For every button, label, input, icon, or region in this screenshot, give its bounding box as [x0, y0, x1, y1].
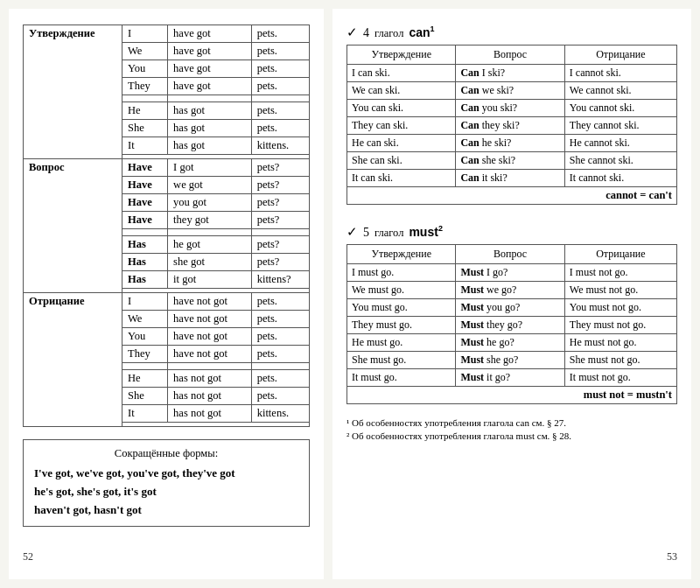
table-row: I can ski. Can I ski? I cannot ski. — [347, 65, 677, 82]
table-row: He must go. Must he go? He must not go. — [347, 334, 677, 352]
table-row: Утверждение I have got pets. — [24, 25, 310, 43]
footnote-1: ¹ Об особенностях употребления глагола c… — [346, 416, 677, 430]
must-verb-name: must2 — [409, 224, 442, 239]
table-row: We can ski. Can we ski? We cannot ski. — [347, 82, 677, 100]
can-sup: 1 — [430, 24, 435, 33]
table-row: I must go. Must I go? I must not go. — [347, 264, 677, 282]
footnotes: ¹ Об особенностях употребления глагола c… — [346, 416, 677, 444]
object-cell: pets. — [251, 25, 309, 43]
have-got-table: Утверждение I have got pets. We have got… — [23, 24, 310, 427]
short-forms-line1-bold: I've got, we've got, you've got, they've… — [34, 466, 235, 480]
section-can: ✓ 4 глагол can1 Утверждение Вопрос Отриц… — [346, 24, 677, 205]
table-row: They must go. Must they go? They must no… — [347, 317, 677, 334]
section-can-label: глагол — [374, 27, 403, 40]
section-can-heading: ✓ 4 глагол can1 — [346, 24, 677, 40]
section-must-label: глагол — [374, 227, 403, 240]
must-header-otr: Отрицание — [564, 245, 676, 264]
short-forms-line1: I've got, we've got, you've got, they've… — [34, 465, 298, 483]
table-row: You can ski. Can you ski? You cannot ski… — [347, 100, 677, 117]
must-table-header-row: Утверждение Вопрос Отрицание — [347, 245, 677, 264]
can-header-otr: Отрицание — [564, 46, 676, 65]
checkmark-must: ✓ — [346, 224, 358, 240]
must-table: Утверждение Вопрос Отрицание I must go. … — [346, 244, 677, 404]
can-equation: cannot = can't — [347, 187, 677, 205]
table-row: It can ski. Can it ski? It cannot ski. — [347, 170, 677, 187]
can-header-utv: Утверждение — [347, 46, 456, 65]
must-equation: must not = mustn't — [347, 387, 677, 404]
footnote-2: ² Об особенностях употребления глагола m… — [346, 430, 677, 443]
subject-cell: I — [122, 25, 168, 43]
short-forms-line2-bold: he's got, she's got, it's got — [34, 485, 157, 498]
short-forms-line3: haven't got, hasn't got — [34, 501, 298, 520]
short-forms-box: Сокращённые формы: I've got, we've got, … — [23, 439, 310, 527]
table-row: They can ski. Can they ski? They cannot … — [347, 117, 677, 135]
section-must-number: 5 — [363, 226, 369, 240]
left-page: Утверждение I have got pets. We have got… — [9, 9, 324, 579]
can-verb-name: can1 — [409, 24, 434, 39]
table-row: She can ski. Can she ski? She cannot ski… — [347, 152, 677, 170]
right-page: ✓ 4 глагол can1 Утверждение Вопрос Отриц… — [332, 9, 691, 579]
section-negative: Отрицание — [24, 293, 122, 427]
right-page-number: 53 — [346, 550, 677, 564]
checkmark-can: ✓ — [346, 24, 358, 40]
table-row: She must go. Must she go? She must not g… — [347, 352, 677, 369]
short-forms-title: Сокращённые формы: — [34, 447, 298, 460]
section-can-number: 4 — [363, 26, 369, 40]
section-must: ✓ 5 глагол must2 Утверждение Вопрос Отри… — [346, 224, 677, 404]
table-row: Отрицание I have not got pets. — [24, 293, 310, 311]
left-page-number: 52 — [23, 550, 310, 564]
short-forms-content: I've got, we've got, you've got, they've… — [34, 465, 298, 519]
section-question: Вопрос — [24, 159, 122, 293]
verb-cell: have got — [168, 25, 252, 43]
table-row: It must go. Must it go? It must not go. — [347, 369, 677, 387]
section-affirmative: Утверждение — [24, 25, 122, 159]
can-header-vopr: Вопрос — [456, 46, 564, 65]
must-header-utv: Утверждение — [347, 245, 456, 264]
equation-row-must: must not = mustn't — [347, 387, 677, 404]
short-forms-line2: he's got, she's got, it's got — [34, 483, 298, 501]
table-row: He can ski. Can he ski? He cannot ski. — [347, 135, 677, 152]
can-table-header-row: Утверждение Вопрос Отрицание — [347, 46, 677, 65]
table-row: You must go. Must you go? You must not g… — [347, 299, 677, 317]
table-row: We must go. Must we go? We must not go. — [347, 282, 677, 299]
must-header-vopr: Вопрос — [456, 245, 564, 264]
must-sup: 2 — [438, 224, 443, 233]
short-forms-line3-bold: haven't got, hasn't got — [34, 503, 142, 516]
equation-row-can: cannot = can't — [347, 187, 677, 205]
table-row: Вопрос Have I got pets? — [24, 159, 310, 177]
section-must-heading: ✓ 5 глагол must2 — [346, 224, 677, 240]
can-table: Утверждение Вопрос Отрицание I can ski. … — [346, 45, 677, 205]
